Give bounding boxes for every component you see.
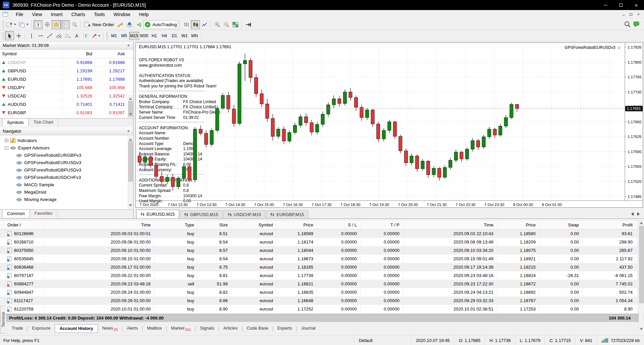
- market-watch-row-usdjpy[interactable]: USDJPY105.949105.958: [0, 83, 133, 92]
- terminal-scrollbar[interactable]: [639, 221, 644, 331]
- equidistant-channel-button[interactable]: E: [54, 31, 63, 40]
- terminal-tab-code-base[interactable]: Code Base: [243, 324, 273, 333]
- tab-favorites[interactable]: Favorites: [30, 210, 57, 218]
- market-watch-close-icon[interactable]: ×: [126, 43, 131, 48]
- search-button[interactable]: [623, 19, 632, 28]
- cursor-button[interactable]: [5, 31, 14, 40]
- navigator-header[interactable]: Navigator ×: [0, 127, 133, 135]
- market-watch-row-eurgbp[interactable]: EURGBP0.910830.91097: [0, 109, 133, 117]
- text-button[interactable]: A: [72, 31, 81, 40]
- timeframe-m30-button[interactable]: M30: [139, 32, 149, 40]
- menu-item-view[interactable]: View: [28, 10, 47, 19]
- menu-item-file[interactable]: File: [11, 10, 28, 19]
- profiles-dropdown-icon[interactable]: [26, 24, 29, 25]
- menu-item-window[interactable]: Window: [109, 10, 135, 19]
- close-button[interactable]: ×: [629, 0, 644, 10]
- text-label-button[interactable]: T: [81, 31, 90, 40]
- menu-item-insert[interactable]: Insert: [47, 10, 67, 19]
- order-row-60884277[interactable]: 608842772020.09.23 03:48:16sell51.98euru…: [0, 280, 637, 288]
- column-header-time[interactable]: Time: [44, 221, 154, 229]
- signals-button[interactable]: [134, 20, 143, 29]
- order-row-61220759[interactable]: 612207592020.10.01 01:00:00buy8.90eurusd…: [0, 305, 637, 313]
- status-profile[interactable]: Default: [354, 336, 411, 345]
- terminal-tab-news[interactable]: News25: [98, 324, 122, 333]
- order-row-60636468[interactable]: 606364682020.09.17 01:00:00buy8.75eurusd…: [0, 263, 637, 271]
- market-watch-row-audusd[interactable]: AUDUSD0.714010.71411: [0, 100, 133, 109]
- column-header-swap-2[interactable]: Swap: [539, 221, 583, 229]
- chart-tabs-right-icon[interactable]: [635, 211, 641, 217]
- terminal-tab-market[interactable]: Market151: [167, 324, 195, 333]
- terminal-tab-mailbox[interactable]: Mailbox: [143, 324, 166, 333]
- ea-smiley-icon[interactable]: ☺: [617, 45, 621, 50]
- chart-tab-eurusd-m15[interactable]: EURUSD,M15: [136, 210, 179, 218]
- chart-canvas[interactable]: GPS FOREX ROBOT V3www.gpsforexrobot.comA…: [136, 43, 643, 208]
- autotrading-button[interactable]: AutoTrading: [143, 20, 178, 29]
- chart-tabs-left-icon[interactable]: [629, 211, 635, 217]
- tab-symbols[interactable]: Symbols: [2, 118, 29, 126]
- tile-windows-button[interactable]: [231, 20, 240, 29]
- profiles-button[interactable]: [17, 20, 30, 29]
- data-window-button[interactable]: [43, 20, 52, 29]
- column-header-time-2[interactable]: Time: [403, 221, 497, 229]
- column-symbol[interactable]: Symbol: [0, 51, 62, 56]
- terminal-toggle-button[interactable]: [61, 20, 70, 29]
- terminal-tab-exposure[interactable]: Exposure: [28, 324, 55, 333]
- terminal-side-tab[interactable]: Terminal: [0, 305, 6, 334]
- order-row-60375950[interactable]: 603759502020.09.10 01:00:00buy8.57eurusd…: [0, 246, 637, 255]
- new-order-button[interactable]: New Order: [83, 20, 115, 29]
- terminal-tab-account-history[interactable]: Account History: [55, 324, 98, 333]
- crosshair-button[interactable]: [14, 31, 23, 40]
- timeframe-d1-button[interactable]: D1: [169, 32, 179, 40]
- scroll-thumb[interactable]: [128, 141, 133, 182]
- column-header-order[interactable]: Order /: [0, 221, 44, 229]
- minimize-button[interactable]: [598, 0, 613, 10]
- chart-tab-usdchf-m15[interactable]: USDCHF,M15: [223, 210, 266, 218]
- column-bid[interactable]: Bid: [62, 50, 95, 58]
- tab-common[interactable]: Common: [2, 209, 30, 217]
- auto-scroll-button[interactable]: [244, 20, 253, 29]
- navigator-item-gpsforexrobotusdchfv3[interactable]: GPSForexRobotUSDCHFv3: [0, 174, 133, 181]
- maximize-button[interactable]: [613, 0, 629, 10]
- chat-button[interactable]: [632, 19, 641, 28]
- line-chart-button[interactable]: [200, 20, 209, 29]
- mql5-community-button[interactable]: [125, 20, 134, 29]
- order-row-60126696[interactable]: 601266962020.09.03 01:00:01buy8.51eurusd…: [0, 229, 637, 238]
- navigator-scrollbar[interactable]: [128, 136, 133, 209]
- order-row-61117427[interactable]: 611174272020.09.29 01:00:00buy8.86eurusd…: [0, 296, 637, 305]
- market-watch-scrollbar[interactable]: [128, 95, 133, 118]
- candlestick-chart-button[interactable]: [191, 20, 200, 29]
- column-header-size[interactable]: Size: [198, 221, 231, 229]
- timeframe-h4-button[interactable]: H4: [159, 32, 169, 40]
- scroll-up-icon[interactable]: [129, 96, 132, 100]
- market-watch-toggle-button[interactable]: [34, 20, 43, 29]
- order-row-60535845[interactable]: 605358452020.09.15 01:00:00buy8.54eurusd…: [0, 255, 637, 263]
- horizontal-line-button[interactable]: [36, 31, 45, 40]
- tab-tick-chart[interactable]: Tick Chart: [29, 119, 58, 127]
- column-header-sl[interactable]: S / L: [317, 221, 361, 229]
- navigator-item-indicators[interactable]: +ƒIndicators: [0, 137, 133, 144]
- new-chart-dropdown-icon[interactable]: [14, 24, 16, 25]
- mdi-close-button[interactable]: ×: [635, 11, 642, 17]
- menu-item-tools[interactable]: Tools: [90, 10, 109, 19]
- timeframe-mn-button[interactable]: MN: [190, 32, 200, 40]
- navigator-item-gpsforexrobotgbpusdv3[interactable]: GPSForexRobotGBPUSDv3: [0, 166, 133, 174]
- column-header-profit-2[interactable]: Profit: [583, 221, 636, 229]
- navigator-item-expert-advisors[interactable]: −Expert Advisors: [0, 144, 133, 151]
- chart-tab-eurgbp-m15[interactable]: EURGBP,M15: [266, 210, 308, 218]
- column-header-price[interactable]: Price: [277, 221, 317, 229]
- timeframe-m1-button[interactable]: M1: [109, 32, 119, 40]
- toolbar-grip-2[interactable]: [2, 32, 4, 40]
- chart-tab-gbpusd-m15[interactable]: GBPUSD,M15: [180, 210, 223, 218]
- mdi-restore-button[interactable]: [627, 11, 635, 17]
- column-ask[interactable]: Ask: [95, 50, 127, 58]
- navigator-toggle-button[interactable]: [52, 20, 61, 29]
- fibonacci-button[interactable]: F: [63, 31, 72, 40]
- collapse-minus-icon[interactable]: −: [5, 146, 8, 150]
- toolbar-grip-3[interactable]: [106, 32, 108, 40]
- timeframe-h1-button[interactable]: H1: [149, 32, 159, 40]
- market-watch-row-gbpusd[interactable]: GBPUSD1.291991.29217: [0, 67, 133, 75]
- bar-chart-button[interactable]: [182, 20, 191, 29]
- new-chart-button[interactable]: [5, 20, 17, 29]
- column-header-price-2[interactable]: Price: [497, 221, 539, 229]
- market-watch-row-usdchf[interactable]: USDCHF0.916680.91686: [0, 58, 133, 67]
